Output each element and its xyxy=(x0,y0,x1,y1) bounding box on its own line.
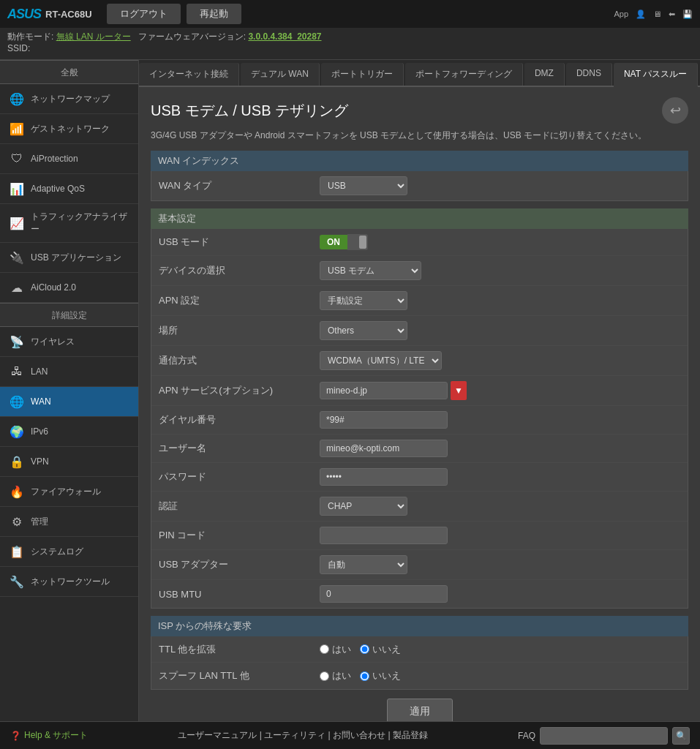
sidebar-item-traffic-analyzer[interactable]: 📈 トラフィックアナライザー xyxy=(0,204,138,243)
reboot-button[interactable]: 再起動 xyxy=(187,4,241,24)
ttl-extend-label: TTL 他を拡張 xyxy=(159,643,320,656)
spoof-lan-row: スプーフ LAN TTL 他 はい いいえ xyxy=(151,663,688,689)
apn-service-label: APN サービス(オプション) xyxy=(159,384,320,397)
sidebar-item-syslog[interactable]: 📋 システムログ xyxy=(0,537,138,567)
tabs-bar: インターネット接続 デュアル WAN ポートトリガー ポートフォワーディング D… xyxy=(139,60,700,87)
mode-value[interactable]: 無線 LAN ルーター xyxy=(56,31,131,42)
sidebar-item-vpn[interactable]: 🔒 VPN xyxy=(0,447,138,477)
username-input[interactable] xyxy=(320,440,448,457)
traffic-analyzer-icon: 📈 xyxy=(9,215,25,231)
spoof-no-label[interactable]: いいえ xyxy=(360,669,401,682)
sidebar-item-admin[interactable]: ⚙ 管理 xyxy=(0,507,138,537)
spoof-yes-radio[interactable] xyxy=(320,671,329,681)
ttl-no-radio[interactable] xyxy=(360,644,369,654)
location-row: 場所 Others Japan USA xyxy=(151,316,688,346)
ipv6-icon: 🌍 xyxy=(9,424,25,440)
sidebar-item-guest-network[interactable]: 📶 ゲストネットワーク xyxy=(0,114,138,144)
spoof-yes-label[interactable]: はい xyxy=(320,669,351,682)
pin-input[interactable] xyxy=(320,527,448,544)
user-icon[interactable]: 👤 xyxy=(636,10,646,19)
auth-control: CHAP PAP MSCHAP xyxy=(320,497,680,516)
ttl-yes-label[interactable]: はい xyxy=(320,643,351,656)
apn-setting-select[interactable]: 手動設定 自動設定 xyxy=(320,291,407,310)
page-description: 3G/4G USB アダプターや Android スマートフォンを USB モデ… xyxy=(151,129,688,142)
apply-button[interactable]: 適用 xyxy=(387,699,453,721)
sidebar-item-firewall[interactable]: 🔥 ファイアウォール xyxy=(0,477,138,507)
ttl-extend-row: TTL 他を拡張 はい いいえ xyxy=(151,636,688,663)
usb-mtu-label: USB MTU xyxy=(159,589,320,600)
sidebar-item-ipv6[interactable]: 🌍 IPv6 xyxy=(0,417,138,447)
sidebar-label-wireless: ワイヤレス xyxy=(31,336,75,348)
faq-search-input[interactable] xyxy=(540,727,668,745)
usb-adapter-select[interactable]: 自動 手動 xyxy=(320,555,407,574)
sidebar-item-ai-protection[interactable]: 🛡 AiProtection xyxy=(0,144,138,174)
sidebar-item-usb-application[interactable]: 🔌 USB アプリケーション xyxy=(0,243,138,273)
top-bar: ASUS RT-AC68U ログアウト 再起動 App 👤 🖥 ⬅ 💾 xyxy=(0,0,700,28)
tab-ddns[interactable]: DDNS xyxy=(566,63,612,86)
tab-internet[interactable]: インターネット接続 xyxy=(139,63,239,86)
toggle-knob xyxy=(359,236,366,249)
back-button[interactable]: ↩ xyxy=(662,97,688,124)
sidebar-item-wan[interactable]: 🌐 WAN xyxy=(0,387,138,417)
sidebar: 全般 🌐 ネットワークマップ 📶 ゲストネットワーク 🛡 AiProtectio… xyxy=(0,60,139,721)
sidebar-item-network-tools[interactable]: 🔧 ネットワークツール xyxy=(0,567,138,597)
logo-area: ASUS RT-AC68U xyxy=(7,7,92,22)
monitor-icon[interactable]: 🖥 xyxy=(653,10,661,18)
sidebar-label-adaptive-qos: Adaptive QoS xyxy=(31,184,85,194)
usb-mtu-input[interactable] xyxy=(320,585,448,603)
tab-dmz[interactable]: DMZ xyxy=(524,63,565,86)
password-input[interactable] xyxy=(320,468,448,486)
admin-icon: ⚙ xyxy=(9,513,25,530)
sidebar-item-wireless[interactable]: 📡 ワイヤレス xyxy=(0,327,138,357)
password-label: パスワード xyxy=(159,470,320,483)
ttl-no-label[interactable]: いいえ xyxy=(360,643,401,656)
main-layout: 全般 🌐 ネットワークマップ 📶 ゲストネットワーク 🛡 AiProtectio… xyxy=(0,60,700,721)
faq-search-button[interactable]: 🔍 xyxy=(672,727,690,745)
adaptive-qos-icon: 📊 xyxy=(9,181,25,197)
sidebar-label-firewall: ファイアウォール xyxy=(31,486,101,498)
apn-service-input-row: ▼ xyxy=(320,381,680,400)
location-select[interactable]: Others Japan USA xyxy=(320,321,407,340)
back-arrow-icon[interactable]: ⬅ xyxy=(669,10,675,19)
ttl-radio-group: はい いいえ xyxy=(320,643,680,656)
help-icon: ❓ xyxy=(10,731,21,741)
tab-dual-wan[interactable]: デュアル WAN xyxy=(241,63,320,86)
sidebar-item-network-map[interactable]: 🌐 ネットワークマップ xyxy=(0,84,138,114)
protocol-select[interactable]: WCDMA（UMTS）/ LTE CDMA GSM xyxy=(320,351,442,370)
usb-mode-control: ON xyxy=(320,234,680,250)
sidebar-item-adaptive-qos[interactable]: 📊 Adaptive QoS xyxy=(0,174,138,204)
sidebar-label-ai-protection: AiProtection xyxy=(31,154,78,164)
apn-dropdown-button[interactable]: ▼ xyxy=(451,381,467,400)
help-label[interactable]: Help & サポート xyxy=(24,729,88,742)
dial-number-row: ダイヤル番号 xyxy=(151,406,688,434)
auth-row: 認証 CHAP PAP MSCHAP xyxy=(151,492,688,522)
usb-mode-toggle[interactable]: ON xyxy=(320,234,368,250)
tab-port-trigger[interactable]: ポートトリガー xyxy=(321,63,404,86)
wan-type-control: USB 自動 手動 xyxy=(320,176,680,195)
sidebar-item-lan[interactable]: 🖧 LAN xyxy=(0,357,138,387)
auth-label: 認証 xyxy=(159,500,320,513)
ttl-yes-radio[interactable] xyxy=(320,644,329,654)
auth-select[interactable]: CHAP PAP MSCHAP xyxy=(320,497,407,516)
firmware-version[interactable]: 3.0.0.4.384_20287 xyxy=(248,31,321,42)
lan-icon: 🖧 xyxy=(9,364,25,380)
device-select[interactable]: USB モデム Android テザリング xyxy=(320,261,421,280)
sidebar-label-network-map: ネットワークマップ xyxy=(31,93,110,105)
logout-button[interactable]: ログアウト xyxy=(107,4,181,24)
tab-nat-passthrough[interactable]: NAT パススルー xyxy=(614,63,698,87)
wan-type-select[interactable]: USB 自動 手動 xyxy=(320,176,407,195)
usb-adapter-row: USB アダプター 自動 手動 xyxy=(151,550,688,580)
usb-mode-row: USB モード ON xyxy=(151,229,688,256)
sidebar-item-aicloud[interactable]: ☁ AiCloud 2.0 xyxy=(0,273,138,303)
save-icon[interactable]: 💾 xyxy=(682,10,693,19)
dial-number-control xyxy=(320,411,680,429)
apn-service-input[interactable] xyxy=(320,382,448,399)
tab-port-forward[interactable]: ポートフォワーディング xyxy=(405,63,523,86)
toggle-on-label: ON xyxy=(320,235,347,249)
sidebar-label-vpn: VPN xyxy=(31,456,49,467)
ai-protection-icon: 🛡 xyxy=(9,151,25,167)
firmware-label: ファームウェアバージョン: xyxy=(138,31,246,42)
wan-index-section-body: WAN タイプ USB 自動 手動 xyxy=(151,171,688,201)
dial-number-input[interactable] xyxy=(320,411,448,429)
spoof-no-radio[interactable] xyxy=(360,671,369,681)
